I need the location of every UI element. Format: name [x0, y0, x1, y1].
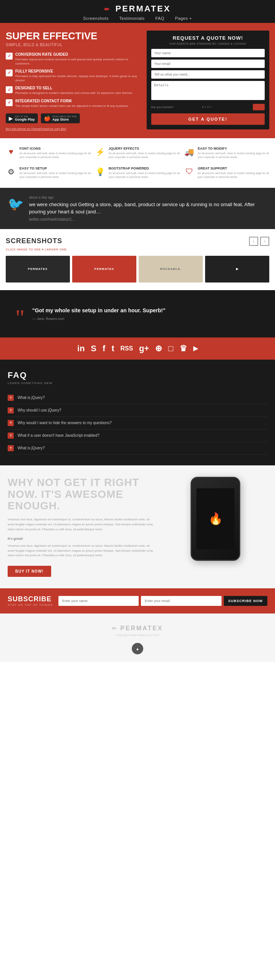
thumb-label: PERMATEX — [94, 267, 114, 271]
flickr-icon[interactable]: □ — [168, 344, 173, 354]
subscribe-email-input[interactable] — [141, 596, 221, 606]
youtube-icon[interactable]: ▶ — [193, 345, 198, 352]
subscribe-button[interactable]: SUBSCRIBE NOW — [224, 596, 268, 606]
nav-pages[interactable]: Pages + — [175, 16, 192, 21]
tweet-link[interactable]: twitter.com/i/web/status/1... — [29, 217, 267, 221]
prev-arrow[interactable]: ‹ — [249, 237, 258, 246]
features-strip: ♥ FONT ICONS An all-around, well built, … — [0, 138, 275, 188]
subscribe-section: SUBSCRIBE STAY ON TOP OF THINGS SUBSCRIB… — [0, 588, 275, 614]
feat-title: BOOTSTRAP POWERED — [108, 166, 180, 170]
feat-title: EASY TO MODIFY — [198, 147, 269, 150]
feature-desc: The simple AJAX driven contact form can … — [15, 104, 129, 108]
dribbble-icon[interactable]: ⊕ — [155, 344, 162, 354]
feature-font-icons: ♥ FONT ICONS An all-around, well built, … — [6, 147, 91, 160]
feature-title: Integrated contact form — [15, 99, 129, 103]
next-arrow[interactable]: › — [260, 237, 269, 246]
facebook-icon[interactable]: f — [103, 344, 105, 354]
google-plus-icon[interactable]: g+ — [139, 344, 149, 354]
feat-title: EASY TO SETUP — [19, 166, 91, 170]
subscribe-inputs: SUBSCRIBE NOW — [58, 596, 267, 606]
hero-section: SUPER EFFECTIVE SIMPLE, BOLD & BEAUTIFUL… — [0, 23, 275, 138]
faq-icon — [8, 445, 14, 451]
feat-desc: An all-around, well built, clean & moder… — [19, 171, 91, 179]
cta-left: WHY NOT GET IT RIGHT NOW. IT'S AWESOME E… — [8, 477, 156, 577]
feature-title: Conversion rate guided — [15, 52, 141, 57]
captcha-row: Are you human? 4 + 7 = — [151, 104, 265, 110]
screenshots-header: SCREENSHOTS ‹ › — [6, 237, 269, 246]
faq-question: What is jQuery? — [18, 396, 45, 400]
feature-modify: 🚚 EASY TO MODIFY An all-around, well bui… — [184, 147, 269, 160]
hero-left: SUPER EFFECTIVE SIMPLE, BOLD & BEAUTIFUL… — [6, 31, 141, 131]
feat-desc: An all-around, well built, clean & moder… — [108, 171, 180, 179]
themeforest-link[interactable]: Buy this theme on ThemeForest for only $… — [6, 127, 141, 131]
hero-right: REQUEST A QUOTE NOW! OUR AGENTS ARE STAN… — [147, 31, 269, 131]
feat-title: FONT ICONS — [19, 147, 91, 150]
logo-text: PERMATEX — [115, 4, 171, 13]
nav-testimonials[interactable]: Testimonials — [119, 16, 145, 21]
feat-desc: An all-around, well built, clean & moder… — [108, 152, 180, 160]
buy-button[interactable]: BUY IT NOW! — [8, 566, 51, 577]
main-nav: Screenshots Testimonials FAQ Pages + — [0, 16, 275, 21]
lightning-icon: ⚡ — [95, 147, 105, 157]
feature-desc: Permatex layout and content structure is… — [15, 57, 141, 66]
footer-logo-icon: ✏ — [112, 625, 120, 631]
check-icon — [6, 99, 13, 106]
faq-item[interactable]: What is jQuery? — [8, 442, 267, 455]
quote-title: REQUEST A QUOTE NOW! — [151, 35, 265, 41]
feat-desc: An all-around, well built, clean & moder… — [19, 152, 91, 160]
linkedin-icon[interactable]: in — [77, 344, 85, 354]
feature-jquery: ⚡ JQUERY EFFECTS An all-around, well bui… — [95, 147, 180, 160]
nav-arrows: ‹ › — [249, 237, 269, 246]
pinterest-icon[interactable]: ♛ — [180, 344, 187, 354]
faq-icon — [8, 395, 14, 401]
feature-text: Fully responsive Permatex is fully optim… — [15, 69, 141, 82]
screenshot-1[interactable]: PERMATEX — [6, 256, 70, 283]
captcha-math: 4 + 7 = — [202, 105, 250, 109]
faq-item[interactable]: What is jQuery? — [8, 392, 267, 404]
feature-item: Fully responsive Permatex is fully optim… — [6, 69, 141, 82]
bulb-icon: 💡 — [95, 167, 105, 176]
subscribe-sub: STAY ON TOP OF THINGS — [8, 603, 53, 607]
quote-name-input[interactable] — [151, 49, 265, 57]
feature-desc: Permatex is designed to modern standards… — [15, 91, 133, 95]
screenshots-section: SCREENSHOTS ‹ › CLICK IMAGE TO SEE A LAR… — [0, 229, 275, 290]
quote-need-input[interactable] — [151, 70, 265, 79]
truck-icon: 🚚 — [184, 147, 195, 157]
screenshots-grid: PERMATEX PERMATEX ROCKABLE. ▶ — [6, 256, 269, 283]
screenshot-2[interactable]: PERMATEX — [72, 256, 136, 283]
twitter-icon: 🐦 — [8, 196, 24, 211]
fire-icon: 🔥 — [209, 512, 223, 525]
shield-icon: 🛡 — [184, 167, 195, 176]
feature-support: 🛡 GREAT SUPPORT An all-around, well buil… — [184, 166, 269, 179]
nav-screenshots[interactable]: Screenshots — [83, 16, 109, 21]
faq-icon — [8, 407, 14, 413]
feature-setup: ⚙ EASY TO SETUP An all-around, well buil… — [6, 166, 91, 179]
back-to-top-button[interactable] — [132, 643, 143, 654]
faq-item[interactable]: Why should I use jQuery? — [8, 404, 267, 417]
subscribe-name-input[interactable] — [58, 596, 139, 606]
check-icon — [6, 69, 13, 76]
faq-item[interactable]: What if a user doesn't have JavaScript e… — [8, 429, 267, 442]
footer-logo-text: PERMATEX — [120, 625, 163, 631]
twitter-icon[interactable]: t — [112, 344, 114, 354]
faq-question: What if a user doesn't have JavaScript e… — [18, 433, 99, 438]
quote-details-input[interactable] — [151, 81, 265, 100]
nav-faq[interactable]: FAQ — [155, 16, 165, 21]
cta-para2: Vivamus sed risus, dignissim sit sceleri… — [8, 544, 156, 558]
google-play-button[interactable]: ▶ GET IT ON Google Play — [6, 113, 38, 123]
feature-text: Designed to sell Permatex is designed to… — [15, 86, 133, 95]
screenshot-3[interactable]: ROCKABLE. — [139, 256, 203, 283]
app-store-button[interactable]: 🍎 Available on the App Store — [41, 113, 80, 123]
captcha-answer[interactable] — [253, 104, 265, 110]
hero-subtitle: SIMPLE, BOLD & BEAUTIFUL — [6, 43, 141, 47]
skype-icon[interactable]: S — [91, 344, 97, 354]
get-quote-button[interactable]: GET A QUOTE! — [151, 113, 265, 125]
faq-item[interactable]: Why would I want to hide the answers to … — [8, 417, 267, 429]
quote-email-input[interactable] — [151, 60, 265, 68]
tweet-time: about a day ago — [29, 195, 267, 199]
screenshot-4[interactable]: ▶ — [205, 256, 269, 283]
feature-text: Integrated contact form The simple AJAX … — [15, 99, 129, 108]
heart-icon: ♥ — [6, 147, 16, 156]
captcha-label: Are you human? — [151, 105, 199, 109]
rss-icon[interactable]: RSS — [120, 345, 133, 352]
